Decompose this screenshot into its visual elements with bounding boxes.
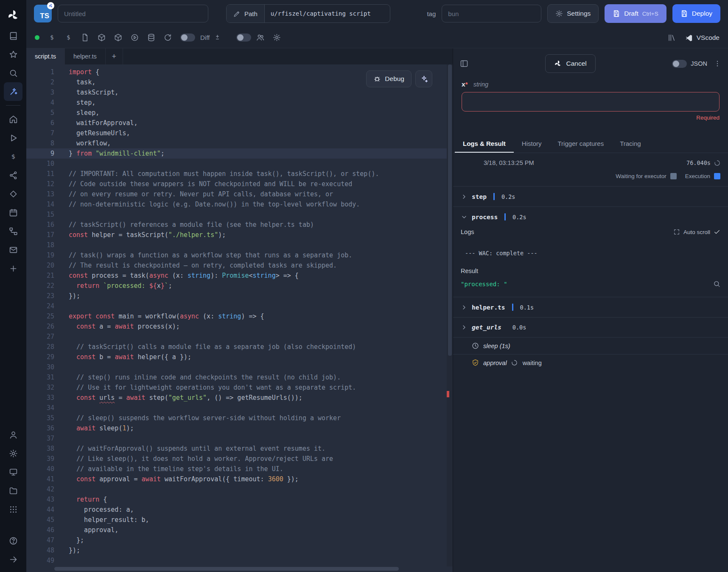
expand-icon[interactable] [673,229,680,235]
timeline-step-process[interactable]: process0.2s [453,206,728,227]
scrollbar-thumb[interactable] [448,64,452,356]
code-line[interactable]: 41 const approval = await waitForApprova… [26,474,447,484]
code-line[interactable]: 42 [26,484,447,494]
code-line[interactable]: 11// IMPORTANT: All computation must hap… [26,169,447,179]
code-line[interactable]: 8 workflow, [26,138,447,148]
code-line[interactable]: 37 [26,433,447,444]
code-line[interactable]: 33 const urls = await step("get_urls", (… [26,393,447,403]
run-toolbar-button[interactable] [131,33,139,42]
sidebar-mail-button[interactable] [4,240,22,259]
sidebar-docs-button[interactable] [4,26,22,45]
debug-button[interactable]: Debug [366,70,412,87]
arg-x-input[interactable] [462,92,720,112]
cancel-run-button[interactable]: Cancel [545,54,596,73]
sidebar-settings-button[interactable] [4,444,22,463]
sidebar-runs-button[interactable] [4,128,22,147]
panel-tab-trigger-captures[interactable]: Trigger captures [550,134,612,153]
timeline-step-helper-ts[interactable]: helper.ts0.1s [453,297,728,317]
variables-toolbar-button[interactable]: $ [48,33,56,42]
sidebar-workers-button[interactable] [4,463,22,481]
vscode-button[interactable]: VScode [685,34,720,42]
code-line[interactable]: 24 [26,301,447,311]
sidebar-resources-button[interactable] [4,166,22,184]
code-line[interactable]: 17const helper = taskScript("./helper.ts… [26,230,447,240]
code-line[interactable]: 15 [26,209,447,220]
code-line[interactable]: 30 [26,362,447,372]
code-line[interactable]: 3 taskScript, [26,87,447,98]
multiplayer-toggle[interactable] [236,33,251,42]
windmill-logo[interactable] [4,4,22,26]
chevron-down-icon[interactable] [461,214,468,220]
vertical-scrollbar[interactable] [447,64,453,566]
code-line[interactable]: 48}); [26,545,447,555]
script-title-input[interactable] [58,5,208,22]
diff-icon[interactable] [214,34,221,41]
code-line[interactable]: 31 // step() runs inline code and checkp… [26,372,447,382]
draft-button[interactable]: Draft Ctrl+S [605,4,666,23]
tag-input[interactable] [442,5,541,22]
code-line[interactable]: 27 [26,332,447,342]
panel-tab-logs-result[interactable]: Logs & Result [455,134,514,153]
code-line[interactable]: 32 // Use it for lightweight operations … [26,382,447,393]
sidebar-home-button[interactable] [4,110,22,128]
code-line[interactable]: 16// taskScript() references a module fi… [26,220,447,230]
code-line[interactable]: 7 getResumeUrls, [26,128,447,138]
code-editor[interactable]: 1import {2 task,3 taskScript,4 step,5 sl… [26,64,453,572]
code-line[interactable]: 14// non-deterministic logic (e.g. Date.… [26,199,447,209]
script-toolbar-button[interactable] [81,33,89,42]
sidebar-calendar-button[interactable] [4,203,22,222]
check-icon[interactable] [714,229,720,235]
code-line[interactable]: 23}); [26,291,447,301]
chevron-right-icon[interactable] [461,304,468,311]
sidebar-apps-button[interactable] [4,500,22,519]
code-line[interactable]: 34 [26,403,447,413]
chevron-right-icon[interactable] [461,193,468,200]
code-line[interactable]: 40 // available in the timeline step's d… [26,464,447,474]
sidebar-favorites-button[interactable] [4,45,22,64]
sidebar-help-button[interactable] [4,531,22,550]
code-line[interactable]: 35 // sleep() suspends the workflow serv… [26,413,447,423]
code-line[interactable]: 13// on every resume or retry. Never put… [26,189,447,199]
database-toolbar-button[interactable] [147,33,155,42]
code-line[interactable]: 38 // waitForApproval() suspends until a… [26,444,447,454]
code-line[interactable]: 18 [26,240,447,250]
kebab-menu-icon[interactable] [714,60,721,67]
code-line[interactable]: 12// Code outside these wrappers is NOT … [26,179,447,189]
code-line[interactable]: 44 processed: a, [26,505,447,515]
timeline-step-step[interactable]: step0.2s [453,186,728,206]
users-icon[interactable] [256,33,264,42]
code-line[interactable]: 45 helper_result: b, [26,515,447,525]
code-line[interactable]: 46 approval, [26,525,447,535]
code-line[interactable]: 47 }; [26,535,447,545]
code-line[interactable]: 26 const a = await process(x); [26,321,447,332]
code-line-current[interactable]: 9} from "windmill-client"; [26,148,447,159]
code-line[interactable]: 20// The result is checkpointed — on ret… [26,260,447,271]
sidebar-variables-button[interactable]: $ [4,147,22,166]
code-line[interactable]: 39 // Like sleep(), it does not hold a w… [26,454,447,464]
library-icon[interactable] [667,33,676,42]
json-toggle[interactable] [672,60,687,68]
timeline-step-get-urls[interactable]: get_urls0.0s [453,317,728,337]
sidebar-plus-button[interactable] [4,259,22,278]
scrollbar-thumb[interactable] [54,567,399,571]
modules-toolbar-button[interactable] [114,33,122,42]
add-tab-button[interactable]: + [106,48,123,64]
chevron-right-icon[interactable] [461,324,468,331]
magnifier-icon[interactable] [713,280,720,287]
deploy-button[interactable]: Deploy [672,4,720,23]
flow-step-sleep-1s-[interactable]: sleep (1s) [453,337,728,354]
horizontal-scrollbar[interactable] [54,567,446,572]
sidebar-folders-button[interactable] [4,481,22,500]
code-line[interactable]: 4 step, [26,98,447,108]
sidebar-collapse-button[interactable] [4,550,22,569]
settings-button[interactable]: Settings [547,4,599,23]
code-line[interactable]: 19// task() wraps a function as a workfl… [26,250,447,260]
panel-tab-tracing[interactable]: Tracing [612,134,649,153]
code-line[interactable]: 6 waitForApproval, [26,118,447,128]
code-line[interactable]: 29 const b = await helper({ a }); [26,352,447,362]
ai-assistant-button[interactable] [415,70,432,87]
code-content[interactable]: 1import {2 task,3 taskScript,4 step,5 sl… [26,67,447,566]
code-line[interactable]: 43 return { [26,494,447,505]
code-line[interactable]: 49 [26,555,447,566]
sidebar-triggers-button[interactable] [4,222,22,240]
